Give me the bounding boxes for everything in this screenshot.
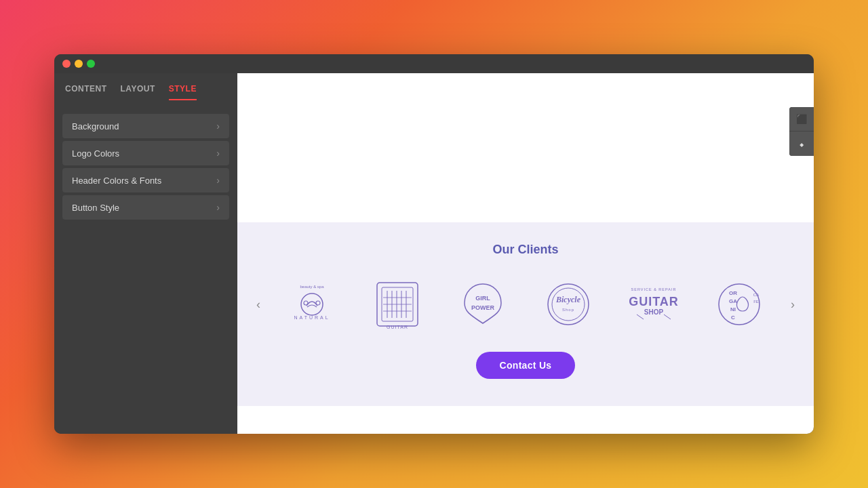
svg-text:Bicycle: Bicycle [555,295,581,304]
svg-text:SHOP: SHOP [644,308,664,316]
logo-girl-power: GIRL POWER [452,277,513,331]
window-body: CONTENT LAYOUT STYLE Background › Logo C… [54,73,814,434]
svg-point-18 [548,284,589,325]
chevron-right-icon: › [216,175,220,186]
menu-item-header-colors[interactable]: Header Colors & Fonts › [62,168,229,192]
white-section [237,73,814,222]
svg-point-3 [316,301,320,305]
titlebar [54,54,814,73]
monitor-icon: ⬛ [796,114,808,125]
paint-icon: ⬥ [799,138,804,149]
menu-item-label: Background [72,121,119,131]
minimize-button[interactable] [75,60,83,68]
paint-icon-button[interactable]: ⬥ [789,131,814,156]
menu-item-button-style[interactable]: Button Style › [62,195,229,220]
monitor-icon-button[interactable]: ⬛ [789,107,814,131]
prev-arrow[interactable]: ‹ [251,294,266,315]
tab-style[interactable]: STYLE [169,84,197,100]
main-content: Our Clients ‹ beauty & spa [237,73,814,434]
traffic-lights [62,60,95,68]
chevron-right-icon: › [216,121,220,131]
menu-item-label: Header Colors & Fonts [72,176,161,186]
logo-natural: beauty & spa NATURAL [281,277,342,331]
logo-guitar-box: GUITAR [367,277,428,331]
sidebar-tabs: CONTENT LAYOUT STYLE [54,73,237,100]
svg-text:C: C [731,314,735,321]
logo-guitar-shop: SERVICE & REPAIR GUITAR SHOP [623,277,684,331]
svg-text:OR: OR [729,290,737,296]
app-window: CONTENT LAYOUT STYLE Background › Logo C… [54,54,814,434]
svg-text:CA: CA [753,293,759,297]
svg-text:Shop: Shop [562,308,574,312]
maximize-button[interactable] [87,60,95,68]
menu-item-label: Logo Colors [72,148,119,159]
svg-text:FE: FE [753,300,759,304]
menu-item-background[interactable]: Background › [62,114,229,138]
svg-text:GUITAR: GUITAR [387,325,408,329]
logo-bicycle: Bicycle Shop [538,277,599,331]
tab-content[interactable]: CONTENT [65,84,107,100]
sidebar: CONTENT LAYOUT STYLE Background › Logo C… [54,73,237,434]
svg-text:SERVICE & REPAIR: SERVICE & REPAIR [631,287,677,291]
svg-text:GA: GA [729,298,737,304]
svg-text:NI: NI [730,306,736,312]
clients-title: Our Clients [492,243,558,257]
menu-item-logo-colors[interactable]: Logo Colors › [62,141,229,165]
tab-layout[interactable]: LAYOUT [121,84,155,100]
svg-text:NATURAL: NATURAL [294,315,330,320]
svg-point-2 [304,301,308,305]
clients-section: Our Clients ‹ beauty & spa [237,222,814,406]
svg-text:GUITAR: GUITAR [629,295,679,308]
menu-item-label: Button Style [72,203,119,213]
svg-text:POWER: POWER [471,304,495,311]
svg-line-26 [664,314,671,319]
chevron-right-icon: › [216,148,220,159]
svg-line-25 [637,314,644,319]
chevron-right-icon: › [216,202,220,213]
side-toolbar: ⬛ ⬥ [789,107,814,156]
contact-us-button[interactable]: Contact Us [476,352,576,379]
next-arrow[interactable]: › [785,294,800,315]
svg-point-27 [719,284,760,325]
clients-logos: beauty & spa NATURAL [273,277,778,331]
logo-organic: OR GA NI C CA FE [709,277,770,331]
clients-carousel: ‹ beauty & spa NATURAL [251,277,800,331]
svg-point-19 [552,288,585,321]
close-button[interactable] [62,60,71,68]
sidebar-menu: Background › Logo Colors › Header Colors… [54,114,237,220]
svg-text:GIRL: GIRL [475,295,490,302]
svg-text:beauty & spa: beauty & spa [300,285,324,289]
